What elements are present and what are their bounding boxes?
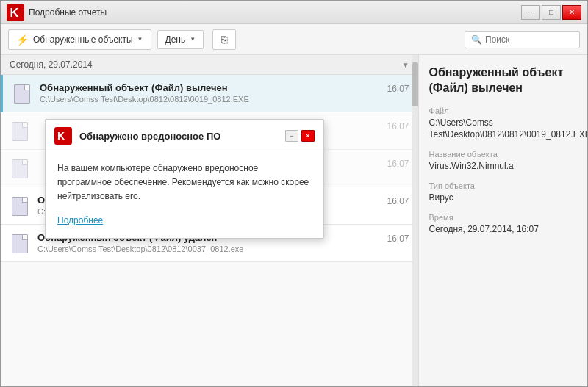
main-content: Сегодня, 29.07.2014 ▼ Обнаруженный объек… [1,55,587,386]
file-icon [12,197,28,216]
popup-minimize-button[interactable]: − [285,130,298,142]
title-bar-left: K Подробные отчеты [7,4,107,21]
detail-object-value: Virus.Win32.Nimnul.a [429,160,577,173]
scrollbar-thumb[interactable] [412,62,418,106]
period-label: День [165,35,186,45]
event-time: 16:07 [387,121,409,131]
file-icon [12,234,28,253]
event-icon [12,84,32,104]
detail-title: Обнаруженный объект (Файл) вылечен [429,65,577,96]
date-header: Сегодня, 29.07.2014 ▼ [1,55,418,75]
period-dropdown[interactable]: День ▼ [157,30,204,49]
export-icon: ⎘ [221,34,227,46]
filter-label: Обнаруженные объекты [33,35,133,45]
event-time: 16:07 [387,84,409,94]
svg-text:K: K [10,6,19,19]
popup-message: На вашем компьютере обнаружено вредоносн… [57,162,312,204]
event-icon [10,159,30,179]
detail-type-section: Тип объекта Вирус [429,181,577,204]
popup-title: Обнаружено вредоносное ПО [79,131,278,142]
left-panel: Сегодня, 29.07.2014 ▼ Обнаруженный объек… [1,55,419,386]
event-icon [10,121,30,142]
maximize-button[interactable]: □ [542,5,561,20]
file-icon [12,159,28,178]
search-icon: 🔍 [471,35,482,45]
detail-file-label: Файл [429,106,577,115]
minimize-button[interactable]: − [521,5,540,20]
detail-object-section: Название объекта Virus.Win32.Nimnul.a [429,150,577,173]
event-icon [10,196,30,217]
date-label: Сегодня, 29.07.2014 [10,59,93,70]
date-arrow-icon: ▼ [402,61,409,69]
app-logo-icon: K [7,4,24,21]
detail-type-value: Вирус [429,192,577,204]
list-item[interactable]: Обнаруженный объект (Файл) вылечен C:\Us… [1,75,418,112]
period-arrow-icon: ▼ [190,36,196,43]
filter-arrow-icon: ▼ [137,36,143,43]
export-button[interactable]: ⎘ [212,29,236,50]
popup-logo-icon: K [54,127,72,145]
event-icon [10,234,30,254]
file-icon [14,84,30,104]
file-icon [12,122,28,141]
popup-close-button[interactable]: ✕ [301,130,315,142]
detail-time-label: Время [429,213,577,222]
detail-type-label: Тип объекта [429,181,577,190]
window-title: Подробные отчеты [29,7,107,18]
svg-text:K: K [57,130,65,142]
search-box: 🔍 [465,31,580,48]
popup-controls: − ✕ [285,130,315,142]
title-bar: K Подробные отчеты − □ ✕ [1,1,587,24]
popup-header: K Обнаружено вредоносное ПО − ✕ [46,120,323,151]
event-time: 16:07 [387,234,409,244]
search-input[interactable] [485,35,573,45]
right-panel: Обнаруженный объект (Файл) вылечен Файл … [419,55,587,386]
lightning-icon: ⚡ [16,34,29,46]
event-time: 16:07 [387,159,409,169]
title-bar-controls: − □ ✕ [521,5,581,20]
event-title: Обнаруженный объект (Файл) вылечен [40,82,380,93]
toolbar: ⚡ Обнаруженные объекты ▼ День ▼ ⎘ 🔍 [1,24,587,55]
popup-details-link[interactable]: Подробнее [57,215,103,225]
events-list[interactable]: Обнаруженный объект (Файл) вылечен C:\Us… [1,75,418,386]
scrollbar-track[interactable] [412,55,418,386]
detail-time-value: Сегодня, 29.07.2014, 16:07 [429,223,577,236]
detail-file-value: C:\Users\Comss Test\Desktop\0812\0812\00… [429,117,577,142]
event-content: Обнаруженный объект (Файл) вылечен C:\Us… [40,82,380,104]
detail-file-section: Файл C:\Users\Comss Test\Desktop\0812\08… [429,106,577,142]
event-time: 16:07 [387,196,409,206]
event-path: C:\Users\Comss Test\Desktop\0812\0812\00… [40,95,380,104]
filter-dropdown[interactable]: ⚡ Обнаруженные объекты ▼ [8,29,151,50]
close-button[interactable]: ✕ [562,5,581,20]
malware-popup: K Обнаружено вредоносное ПО − ✕ На вашем… [45,119,324,239]
main-window: K Подробные отчеты − □ ✕ ⚡ Обнаруженные … [0,0,588,387]
event-path: C:\Users\Comss Test\Desktop\0812\0812\00… [37,245,380,253]
detail-time-section: Время Сегодня, 29.07.2014, 16:07 [429,213,577,236]
popup-body: На вашем компьютере обнаружено вредоносн… [46,151,323,238]
detail-object-label: Название объекта [429,150,577,159]
